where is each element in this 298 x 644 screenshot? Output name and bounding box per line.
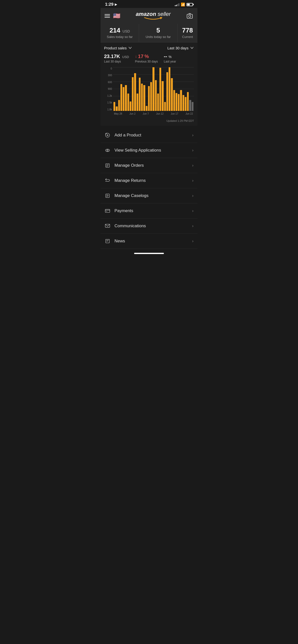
change-sublabel: Previous 30 days: [135, 60, 158, 63]
svg-rect-7: [105, 209, 110, 212]
manage-caselogs-label: Manage Caselogs: [115, 193, 149, 198]
chart-bar: [180, 90, 182, 111]
country-flag-icon[interactable]: 🇺🇸: [113, 12, 120, 19]
communications-item[interactable]: Communications ›: [101, 218, 197, 234]
manage-caselogs-item[interactable]: Manage Caselogs ›: [101, 188, 197, 204]
units-card[interactable]: 5 Units today so far: [139, 24, 178, 42]
status-bar: 1:29 ▶ 📶: [101, 0, 197, 8]
date-filter-chevron-icon: [190, 46, 194, 50]
amazon-smile-icon: [120, 16, 186, 21]
product-sales-filter[interactable]: Product sales: [104, 46, 132, 50]
chevron-right-icon: ›: [192, 224, 193, 228]
manage-returns-label: Manage Returns: [115, 178, 146, 183]
primary-value: 23.17K USD: [104, 54, 129, 59]
chart-bar: [148, 86, 150, 111]
chart-bar: [178, 94, 180, 111]
orders-icon: [105, 162, 111, 168]
chart-bars: [113, 67, 194, 111]
news-icon: [105, 238, 111, 244]
summary-cards: 214 USD Sales today so far 5 Units today…: [101, 24, 197, 42]
svg-point-3: [106, 149, 110, 152]
manage-returns-item[interactable]: Manage Returns ›: [101, 173, 197, 188]
chevron-right-icon: ›: [192, 133, 193, 138]
chart-bar: [143, 85, 145, 111]
sales-card[interactable]: 214 USD Sales today so far: [101, 24, 139, 42]
news-label: News: [115, 239, 125, 244]
current-card[interactable]: 778 Current: [178, 24, 197, 42]
home-indicator: [134, 253, 164, 254]
chevron-right-icon: ›: [192, 178, 193, 183]
chart-bar: [130, 102, 131, 111]
chart-bar: [166, 72, 168, 111]
chart-bar: [118, 100, 120, 111]
chevron-right-icon: ›: [192, 148, 193, 152]
chart-bar: [182, 95, 184, 111]
header-left: 🇺🇸: [105, 12, 120, 19]
app-header: 🇺🇸 amazon seller: [101, 8, 197, 24]
chart-bar: [139, 78, 141, 111]
manage-orders-item[interactable]: Manage Orders ›: [101, 158, 197, 173]
dash-sublabel: Last year: [164, 60, 176, 63]
chart-x-labels: May 28 Jun 2 Jun 7 Jun 12 Jun 17 Jun 22: [113, 111, 194, 117]
chart-bar: [114, 102, 115, 111]
current-label: Current: [180, 35, 195, 39]
chart-bar: [152, 67, 154, 111]
location-arrow-icon: ▶: [115, 3, 117, 6]
change-value-display: ↓ 17 %: [135, 54, 158, 59]
news-item[interactable]: News ›: [101, 234, 197, 249]
current-value: 778: [180, 27, 195, 34]
sales-header: Product sales Last 30 days: [104, 46, 194, 50]
chart-bar: [164, 102, 166, 111]
chart-area: [113, 67, 194, 111]
chart-bar: [171, 78, 173, 111]
chart-bar: [155, 80, 157, 111]
chart-y-labels: 1.8k 1.5k 1.2k 900 600 300 0: [104, 67, 113, 111]
date-filter[interactable]: Last 30 days: [167, 46, 194, 50]
change-metric: ↓ 17 % Previous 30 days: [135, 54, 158, 63]
caselogs-icon: [105, 193, 111, 199]
sales-chart: 1.8k 1.5k 1.2k 900 600 300 0 May 28: [104, 67, 194, 117]
signal-bars-icon: [175, 3, 179, 6]
chevron-right-icon: ›: [192, 209, 193, 213]
camera-button[interactable]: [186, 12, 193, 20]
chart-bar: [146, 106, 148, 111]
chevron-right-icon: ›: [192, 163, 193, 168]
chart-bar: [185, 97, 186, 111]
sales-label: Sales today so far: [103, 35, 136, 39]
chart-bar: [134, 73, 136, 111]
add-product-item[interactable]: Add a Product ›: [101, 128, 197, 143]
filter-label: Product sales: [104, 46, 127, 50]
svg-point-4: [107, 150, 108, 151]
wifi-icon: 📶: [181, 2, 185, 6]
chart-bar: [137, 94, 138, 111]
units-value: 5: [142, 27, 175, 34]
dash-metric: -- % Last year: [164, 54, 176, 63]
menu-section: Add a Product › View Selling Application…: [101, 128, 197, 249]
brand-logo: amazon seller: [120, 11, 186, 21]
chart-bar: [120, 84, 122, 111]
chart-updated: Updated 1:29 PM EDT: [104, 118, 194, 123]
chart-bar: [176, 93, 177, 111]
down-arrow-icon: ↓: [135, 54, 137, 58]
chart-bar: [192, 102, 193, 111]
chart-bar: [141, 84, 143, 111]
time-display: 1:29: [105, 2, 114, 7]
chart-bar: [189, 100, 191, 111]
units-label: Units today so far: [142, 35, 175, 39]
sales-metrics: 23.17K USD Last 30 days ↓ 17 % Previous …: [104, 54, 194, 63]
chart-bar: [132, 77, 134, 111]
chart-bar: [150, 82, 152, 111]
primary-metric: 23.17K USD Last 30 days: [104, 54, 129, 63]
view-selling-item[interactable]: View Selling Applications ›: [101, 143, 197, 158]
sales-value: 214 USD: [103, 27, 136, 34]
manage-orders-label: Manage Orders: [115, 163, 144, 168]
status-icons: 📶: [175, 2, 193, 6]
hamburger-menu-icon[interactable]: [105, 14, 110, 18]
chart-bar: [123, 87, 124, 111]
chart-bar: [159, 68, 161, 111]
bottom-bar: [101, 249, 197, 258]
returns-icon: [105, 178, 111, 184]
status-time: 1:29 ▶: [105, 2, 117, 7]
payments-item[interactable]: Payments ›: [101, 204, 197, 218]
view-selling-label: View Selling Applications: [115, 148, 161, 153]
